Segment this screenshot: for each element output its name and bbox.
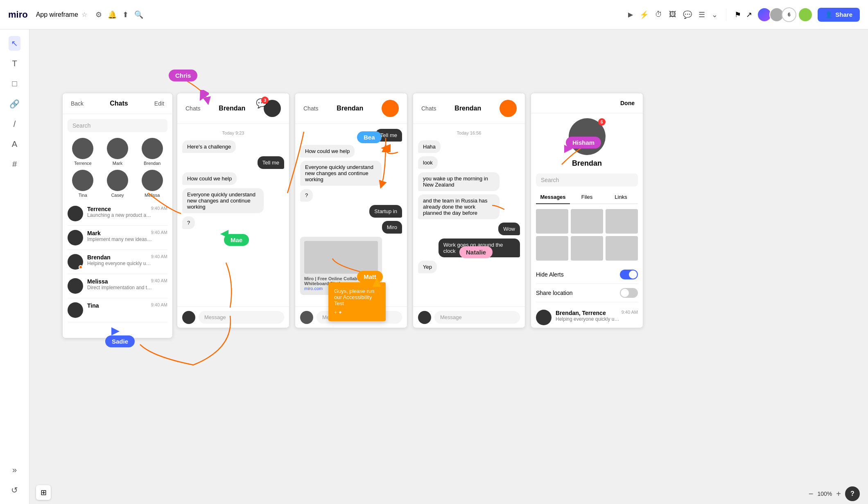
share-button[interactable]: 👤 Share bbox=[818, 8, 860, 22]
help-button[interactable]: ? bbox=[845, 486, 860, 501]
back-button[interactable]: Back bbox=[71, 100, 84, 107]
zoom-minus[interactable]: − bbox=[809, 489, 814, 499]
search-box[interactable]: Search bbox=[68, 119, 167, 132]
contact-brendan[interactable]: Brendan bbox=[137, 138, 167, 166]
sticky-text: Guys, please run our Accessibility Test bbox=[334, 288, 380, 306]
hide-alerts-label: Hide Alerts bbox=[536, 271, 564, 278]
cursor-icon[interactable]: ↗ bbox=[746, 10, 752, 19]
edit-button[interactable]: Edit bbox=[154, 100, 164, 107]
bubble: Everyone quickly understand new changes … bbox=[182, 188, 264, 213]
annotation-natalie: Natalie bbox=[459, 246, 493, 258]
hide-alerts-row: Hide Alerts bbox=[536, 266, 638, 284]
tab-links[interactable]: Links bbox=[604, 191, 638, 203]
lightning-icon[interactable]: ⚡ bbox=[640, 10, 649, 19]
undo-icon[interactable]: ↺ bbox=[9, 483, 20, 497]
select-tool[interactable]: ↖ bbox=[9, 36, 20, 51]
user-avatar bbox=[300, 311, 313, 324]
chat-item-brendan[interactable]: Brendan 9:40 AM Helping everyone quickly… bbox=[68, 250, 167, 274]
pen-tool[interactable]: / bbox=[11, 117, 18, 131]
nav-arrow-icon[interactable]: ▶ bbox=[628, 11, 633, 18]
bell-icon[interactable]: 🔔 bbox=[108, 10, 117, 19]
contact-terrence[interactable]: Terrence bbox=[68, 138, 98, 166]
panel2-title: Brendan bbox=[219, 105, 245, 112]
contact-name: Terrence bbox=[74, 161, 92, 166]
media-cell bbox=[606, 209, 638, 234]
more-icon[interactable]: ⌄ bbox=[712, 10, 718, 19]
star-icon[interactable]: ☆ bbox=[81, 11, 87, 18]
message-input[interactable]: Message bbox=[434, 311, 520, 324]
hide-alerts-toggle[interactable] bbox=[620, 270, 638, 279]
chat-item-mark[interactable]: Mark 9:40 AM Implement many new ideas an… bbox=[68, 226, 167, 250]
settings-icon[interactable]: ⚙ bbox=[95, 10, 102, 19]
toggle-thumb bbox=[629, 270, 637, 279]
frame-icon[interactable]: 🖼 bbox=[669, 10, 676, 19]
list-icon[interactable]: ☰ bbox=[698, 10, 705, 19]
detail-search[interactable]: Search bbox=[536, 173, 638, 187]
text-tool2[interactable]: A bbox=[9, 137, 20, 151]
contact-tina[interactable]: Tina bbox=[68, 170, 98, 198]
back-button[interactable]: Chats bbox=[185, 105, 201, 112]
tab-messages[interactable]: Messages bbox=[536, 191, 570, 204]
bottombar: − 100% + ? bbox=[800, 484, 868, 504]
contact-melissa[interactable]: Melissa bbox=[137, 170, 167, 198]
chat-icon[interactable]: 💬 bbox=[683, 10, 692, 19]
bea-arrow bbox=[381, 144, 391, 154]
chat-name: Terrence bbox=[87, 206, 111, 212]
flag-icon[interactable]: ⚑ bbox=[735, 10, 741, 19]
text-tool[interactable]: T bbox=[9, 56, 19, 71]
chat-time: 9:40 AM bbox=[151, 278, 167, 285]
panel3-header: Chats Brendan bbox=[295, 93, 407, 124]
file-name[interactable]: App wireframe bbox=[36, 11, 78, 18]
chat-name: Tina bbox=[87, 302, 99, 309]
contact-mark[interactable]: Mark bbox=[102, 138, 133, 166]
chat-item-terrence[interactable]: Terrence 9:40 AM Launching a new product… bbox=[68, 202, 167, 226]
chat-item-melissa[interactable]: Melissa 9:40 AM Direct implementation an… bbox=[68, 274, 167, 298]
detail-tabs: Messages Files Links bbox=[536, 191, 638, 204]
panel2-header: Chats Brendan bbox=[177, 93, 289, 124]
panel-chats-list: Back Chats Edit Search Terrence Mark bbox=[62, 93, 173, 338]
chat-avatar bbox=[68, 254, 83, 270]
msg-area-4: Today 16:56 Haha look you wake up the mo… bbox=[413, 124, 525, 314]
upload-icon[interactable]: ⬆ bbox=[122, 10, 129, 19]
chat-name: Melissa bbox=[87, 278, 108, 285]
divider bbox=[726, 9, 726, 21]
frame-tool[interactable]: # bbox=[10, 157, 19, 171]
tab-files[interactable]: Files bbox=[570, 191, 604, 203]
avatar-count[interactable]: 6 bbox=[782, 7, 796, 22]
bubble: Tell me bbox=[258, 156, 284, 169]
message-input[interactable]: Message bbox=[199, 311, 284, 324]
expand-icon[interactable]: » bbox=[10, 463, 19, 477]
search-icon[interactable]: 🔍 bbox=[134, 10, 143, 19]
bubble: Yep bbox=[418, 261, 437, 273]
svg-marker-8 bbox=[381, 144, 391, 152]
share-location-label: Share location bbox=[536, 290, 573, 296]
contact-avatar bbox=[72, 170, 93, 191]
bubble: How could we help bbox=[300, 145, 355, 158]
back-button[interactable]: Chats bbox=[421, 105, 436, 112]
sticky-tool[interactable]: □ bbox=[9, 76, 19, 91]
zoom-plus[interactable]: + bbox=[836, 489, 841, 499]
hisham-arrow bbox=[564, 145, 572, 155]
zoom-value: 100% bbox=[818, 491, 832, 497]
share-location-toggle[interactable] bbox=[620, 288, 638, 298]
timer-icon[interactable]: ⏱ bbox=[655, 10, 662, 19]
done-button[interactable]: Done bbox=[620, 100, 635, 106]
contact-avatar bbox=[107, 170, 128, 191]
last-chat-item[interactable]: Brendan, Terrence 9:40 AM Helping everyo… bbox=[536, 306, 638, 328]
contact-casey[interactable]: Casey bbox=[102, 170, 133, 198]
annotation-chris: Chris bbox=[169, 70, 197, 81]
panel-layout-icon[interactable]: ⊞ bbox=[36, 485, 51, 500]
chat-item-tina[interactable]: Tina 9:40 AM bbox=[68, 298, 167, 322]
contact-avatar bbox=[142, 138, 163, 159]
chat-name: Mark bbox=[87, 230, 101, 236]
chat-info: Tina 9:40 AM bbox=[87, 302, 167, 309]
bubble: ? bbox=[300, 189, 313, 202]
connect-tool[interactable]: 🔗 bbox=[7, 97, 22, 111]
bubble: look bbox=[418, 156, 438, 169]
chat-msg: Direct implementation and the developmen… bbox=[87, 285, 153, 290]
svg-marker-6 bbox=[564, 145, 572, 153]
chat-msg: Implement many new ideas and suggestions… bbox=[87, 236, 153, 242]
bubble: Everyone quickly understand new changes … bbox=[300, 161, 382, 186]
matt-arrow bbox=[373, 277, 381, 288]
back-button[interactable]: Chats bbox=[303, 105, 319, 112]
